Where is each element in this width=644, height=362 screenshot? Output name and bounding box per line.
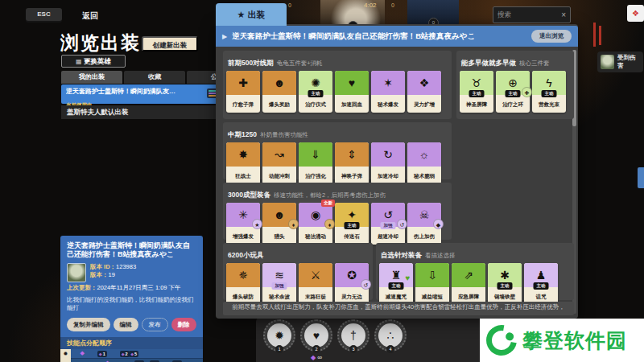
section-subtitle: 补奶量伤害功能性 <box>260 131 308 138</box>
ability-slot[interactable]: †3 <box>335 319 372 362</box>
build-detail-panel: 逆天套路护士盖斯特！瞬间奶满队友自己还能打伤害！B站搜真夜みやこ 版本 ID：1… <box>60 236 203 362</box>
item-card[interactable]: ⊕主动✚治疗之环 <box>496 71 530 113</box>
item-card[interactable]: ♜主动♥减速魔咒 <box>379 263 413 305</box>
active-badge: 主动 <box>345 222 360 229</box>
ability-key-number: 1 <box>275 345 283 353</box>
tab-my-builds[interactable]: 我的出装 <box>61 71 122 84</box>
infinity-icon: ∞ <box>317 354 322 361</box>
grid-icon: ▦ <box>76 58 82 65</box>
item-card[interactable]: ✚疗愈子弹 <box>226 71 260 113</box>
publish-button[interactable]: 发布 <box>142 318 168 331</box>
item-card[interactable]: ✪↺灵力无边 <box>335 263 369 305</box>
item-color-area: ✪↺ <box>335 263 369 287</box>
item-icon: ❖ <box>419 76 430 89</box>
item-card[interactable]: ⇩减益缩短 <box>415 263 449 305</box>
item-card[interactable]: ⇕神唤子弹 <box>335 142 369 184</box>
skill-order-header: 技能点分配顺序 <box>60 337 203 349</box>
clear-search-icon[interactable]: × <box>561 10 566 19</box>
item-card[interactable]: ☼秘术脆弱 <box>407 142 441 184</box>
item-icon: ⊕ <box>508 76 518 89</box>
section-title: 前期500对线期 <box>228 59 274 67</box>
item-card[interactable]: ✱主动铜墙铁壁 <box>488 263 522 305</box>
create-build-button[interactable]: 创建新出装 <box>142 36 198 51</box>
delete-button[interactable]: 删除 <box>171 318 196 331</box>
item-icon: ↺ <box>383 208 393 221</box>
tab-build[interactable]: ★ 出装 <box>216 3 287 26</box>
skill-level-marker: ◆1 <box>97 351 107 357</box>
item-card[interactable]: ☠◆伤上加伤 <box>407 203 441 245</box>
item-icon: ♥ <box>349 76 355 89</box>
item-color-area: ⊕主动✚ <box>496 71 530 95</box>
item-color-area: ✳★ <box>226 203 260 227</box>
item-subicon: ★ <box>252 219 262 229</box>
item-card[interactable]: ✶秘术爆发 <box>371 71 405 113</box>
collapse-arrow-icon[interactable]: ▶ <box>222 33 227 40</box>
item-color-area: ☼ <box>407 142 441 167</box>
section-situational: 自选针对装备看描述选择 ♜主动♥减速魔咒⇩减益缩短⇗应急屏障✱主动铜墙铁壁♟主动… <box>376 243 574 300</box>
star-icon: ★ <box>237 10 246 19</box>
esc-key-badge[interactable]: ESC <box>26 8 62 21</box>
watermark: 攀登软件园 <box>480 319 644 362</box>
ability-ring: ✹1 <box>263 319 295 352</box>
item-card[interactable]: ♟主动诅咒 <box>524 263 558 305</box>
section-core-three: 能多早做就多早做核心三件套 ♉主动神圣屏障⊕主动✚治疗之环ϟ主动营救光束 <box>456 51 574 119</box>
tab-favorites[interactable]: 收藏 <box>124 71 185 84</box>
item-color-area: ⇗ <box>452 263 485 287</box>
item-color-area: ✦主动 <box>335 203 369 227</box>
item-card[interactable]: ☻爆头奖励 <box>262 71 296 113</box>
item-card[interactable]: ↝动能冲刺 <box>262 142 296 184</box>
edit-button[interactable]: 编辑 <box>114 318 138 331</box>
item-card[interactable]: ✺主动治疗仪式 <box>299 71 332 113</box>
item-icon: ☼ <box>419 148 430 161</box>
copy-edit-button[interactable]: 复制并编辑 <box>67 318 110 331</box>
change-hero-button[interactable]: ▦ 更换英雄 <box>61 55 126 68</box>
skill-unlock-gem: ◆ <box>80 350 84 356</box>
item-label: 狂战士 <box>226 167 260 180</box>
active-badge: 主动 <box>308 90 324 97</box>
change-hero-label: 更换英雄 <box>84 57 111 65</box>
item-card[interactable]: ↻加速冷却 <box>371 142 405 184</box>
item-card[interactable]: ≋加强秘术余波 <box>262 263 296 305</box>
item-icon: ✶ <box>383 76 393 89</box>
item-card[interactable]: ◉全新♦秘法涌动 <box>299 203 332 245</box>
ability-ring: ∴4 <box>374 319 407 352</box>
item-card[interactable]: ↺加强↺超速冷却 <box>371 203 405 245</box>
item-icon: ☻ <box>274 208 286 221</box>
ability-icon: ∴ <box>378 323 402 348</box>
exit-browse-button[interactable]: 退出浏览 <box>531 30 572 43</box>
item-icon: ✳ <box>238 208 248 221</box>
ability-slot[interactable]: ✹1 <box>261 319 298 362</box>
back-button[interactable]: 返回 <box>82 10 98 22</box>
item-card[interactable]: ☻♦猎头 <box>262 203 296 245</box>
damage-taken-toggle[interactable]: 受到伤害 <box>597 51 643 72</box>
item-label: 加速回血 <box>335 95 369 109</box>
item-card[interactable]: ⇓治疗强化 <box>299 142 332 184</box>
item-card[interactable]: ✵爆头破防 <box>226 263 260 305</box>
item-card[interactable]: ♥加速回血 <box>335 71 369 113</box>
collapsed-panel-tab[interactable] <box>638 167 644 188</box>
item-icon: ✸ <box>238 148 248 161</box>
item-subicon: ♥ <box>402 273 413 283</box>
item-icon: ☠ <box>419 208 430 221</box>
ability-slot[interactable]: ∴4 <box>372 319 409 362</box>
item-card[interactable]: ϟ主动营救光束 <box>532 71 566 113</box>
item-card[interactable]: ✦主动传送石 <box>335 203 369 245</box>
item-card[interactable]: ⚔末路狂徒 <box>299 263 332 305</box>
item-card[interactable]: ✸狂战士 <box>226 142 260 184</box>
search-input[interactable]: 搜索 × <box>493 6 571 23</box>
ability-slot[interactable]: ♥2◆∞ <box>298 319 335 362</box>
active-badge: 主动 <box>389 282 404 290</box>
version-id-value: 123983 <box>116 263 136 270</box>
item-subicon: ♦ <box>324 219 335 229</box>
skill-row-essence-bomb: ✹◆◆1◆2◆5 <box>60 349 203 359</box>
item-card[interactable]: ♉主动神圣屏障 <box>460 71 493 113</box>
item-card[interactable]: ⇗应急屏障 <box>452 263 485 305</box>
ability-key-number: 2 <box>312 345 320 353</box>
item-color-area: ⇩ <box>415 263 449 287</box>
item-card[interactable]: ✳★增强爆发 <box>226 203 260 245</box>
item-color-area: ◉全新♦ <box>299 203 332 227</box>
item-label: 秘术脆弱 <box>407 167 441 180</box>
version-label: 版本： <box>90 271 109 278</box>
item-color-area: ✵ <box>226 263 260 287</box>
item-card[interactable]: ❖灵力扩增 <box>407 71 441 113</box>
